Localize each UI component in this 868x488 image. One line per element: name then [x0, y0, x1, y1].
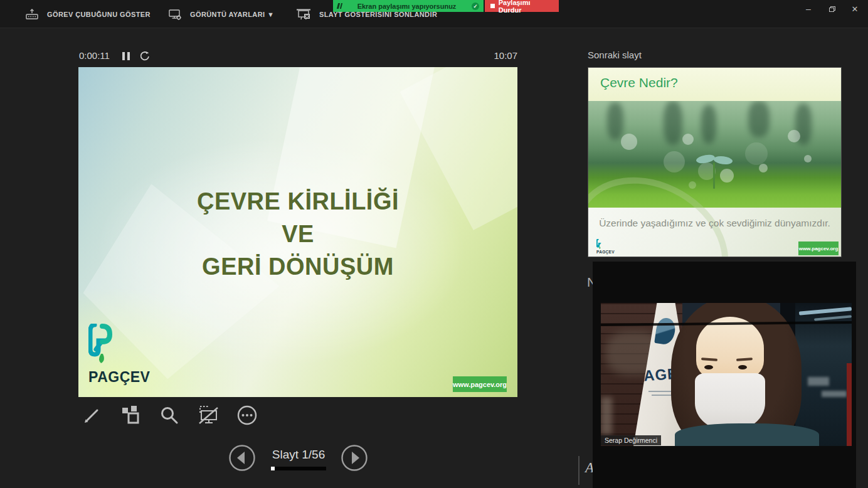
blurred-person — [607, 102, 623, 140]
slide-title: ÇEVRE KİRLİLİĞİ VE GERİ DÖNÜŞÜM — [78, 185, 517, 283]
see-all-slides-button[interactable] — [118, 403, 143, 428]
participant-eye — [704, 365, 713, 369]
taskbar-icon — [25, 8, 39, 20]
next-slide-heading: Sonraki slayt — [588, 50, 642, 60]
pagev-banner-logo-icon — [654, 317, 677, 346]
participant-face — [696, 317, 764, 379]
seedling-leaf — [713, 154, 733, 167]
shield-check-icon: ✓ — [472, 3, 479, 10]
restart-timer-button[interactable] — [139, 50, 151, 61]
next-slide-thumbnail[interactable]: Çevre Nedir? Üzerinde yaşadığımız ve çok — [588, 67, 842, 257]
seedling — [713, 162, 715, 189]
previous-slide-button[interactable] — [228, 444, 256, 472]
slide-progress-fill — [271, 467, 275, 470]
pagcev-mini-logo-text: PAGÇEV — [596, 250, 615, 254]
next-slide-button[interactable] — [341, 444, 368, 472]
bokeh-circle — [621, 134, 637, 150]
blurred-person — [701, 105, 716, 144]
bokeh-circle — [788, 130, 800, 142]
bokeh-circle — [720, 169, 734, 183]
top-toolbar: GÖREV ÇUBUĞUNU GÖSTER GÖRÜNTÜ AYARLARI ▼ — [0, 0, 868, 28]
participant-eye — [738, 365, 747, 369]
website-badge: www.pagcev.org — [798, 241, 839, 255]
reflection-blob — [822, 391, 847, 397]
slide-progress-bar — [271, 467, 326, 470]
notes-scrollbar[interactable] — [578, 456, 580, 485]
bokeh-circle — [804, 155, 812, 162]
zoom-slide-button[interactable] — [157, 403, 182, 428]
display-settings-button[interactable]: GÖRÜNTÜ AYARLARI ▼ — [168, 0, 274, 28]
stop-square-icon — [490, 4, 495, 8]
red-object — [847, 363, 852, 446]
share-status-text: Ekran paylaşımı yapıyorsunuz — [342, 3, 472, 10]
bokeh-circle — [664, 151, 685, 172]
pagcev-mini-logo-icon — [596, 239, 603, 250]
webcam-video: AGEV Serap Değirmenci — [601, 303, 852, 446]
bokeh-circle — [689, 181, 696, 189]
show-taskbar-label: GÖREV ÇUBUĞUNU GÖSTER — [47, 11, 151, 18]
display-settings-label: GÖRÜNTÜ AYARLARI ▼ — [190, 11, 274, 18]
restore-icon — [829, 6, 835, 12]
close-button[interactable]: ✕ — [845, 0, 864, 18]
annotation-tools — [79, 403, 260, 428]
reflection-blob — [808, 377, 829, 386]
participant-name-tag: Serap Değirmenci — [601, 435, 661, 445]
minimize-button[interactable]: – — [799, 0, 818, 18]
stop-share-label: Paylaşımı Durdur — [499, 0, 553, 14]
pen-tool-button[interactable] — [79, 403, 104, 428]
slide-title-line3: GERİ DÖNÜŞÜM — [78, 250, 517, 283]
blurred-person — [664, 101, 682, 145]
pagcev-logo-icon — [88, 324, 116, 365]
slide-counter: Slayt 1/56 — [263, 448, 334, 462]
screen-share-banner: Ekran paylaşımı yapıyorsunuz ✓ — [333, 0, 484, 12]
restore-button[interactable] — [823, 0, 842, 18]
current-slide-preview[interactable]: ÇEVRE KİRLİLİĞİ VE GERİ DÖNÜŞÜM PAGÇEV w… — [78, 67, 517, 397]
wall-highlight — [601, 397, 612, 435]
next-slide-title: Çevre Nedir? — [600, 75, 678, 90]
pagcev-logo-text: PAGÇEV — [88, 369, 183, 386]
bokeh-circle — [759, 164, 768, 172]
window-reflection — [795, 303, 852, 446]
bokeh-circle — [745, 142, 768, 165]
participant-shoulders — [675, 423, 819, 446]
show-taskbar-button[interactable]: GÖREV ÇUBUĞUNU GÖSTER — [25, 0, 151, 28]
display-settings-icon — [168, 8, 182, 21]
slide-title-line2: VE — [78, 218, 517, 250]
black-screen-button[interactable] — [196, 403, 221, 428]
pagcev-mini-logo: PAGÇEV — [596, 239, 615, 254]
end-slideshow-icon — [296, 8, 311, 21]
pagcev-logo: PAGÇEV — [88, 324, 183, 386]
bokeh-circle — [682, 134, 694, 145]
pause-timer-button[interactable] — [122, 52, 130, 60]
next-slide-caption: Üzerinde yaşadığımız ve çok sevdiğimiz d… — [588, 218, 841, 229]
blurred-person — [748, 101, 770, 137]
more-options-button[interactable] — [235, 403, 260, 428]
current-time: 10:07 — [477, 50, 517, 61]
next-slide-caption-strip: Üzerinde yaşadığımız ve çok sevdiğimiz d… — [588, 208, 841, 257]
presenter-view-window: GÖREV ÇUBUĞUNU GÖSTER GÖRÜNTÜ AYARLARI ▼ — [0, 0, 868, 488]
webcam-overlay-window[interactable]: AGEV Serap Değirmenci — [593, 262, 856, 488]
slide-title-line1: ÇEVRE KİRLİLİĞİ — [78, 185, 517, 218]
stop-share-button[interactable]: Paylaşımı Durdur — [485, 0, 559, 12]
face-mask — [695, 373, 765, 431]
website-badge: www.pagcev.org — [453, 376, 507, 392]
next-slide-titlebar: Çevre Nedir? — [588, 68, 841, 101]
elapsed-timer: 0:00:11 — [79, 50, 110, 61]
